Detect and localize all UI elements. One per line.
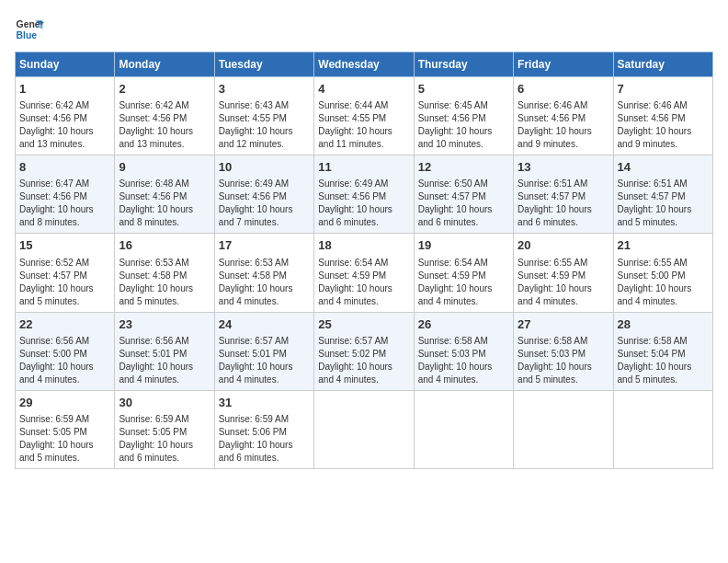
calendar-header-row: SundayMondayTuesdayWednesdayThursdayFrid… <box>16 52 713 77</box>
sunrise: Sunrise: 6:58 AM <box>518 336 587 346</box>
calendar-cell: 28Sunrise: 6:58 AMSunset: 5:04 PMDayligh… <box>613 312 712 390</box>
calendar-cell: 16Sunrise: 6:53 AMSunset: 4:58 PMDayligh… <box>115 234 214 312</box>
day-number: 27 <box>518 316 609 333</box>
day-number: 6 <box>518 81 609 98</box>
column-header-thursday: Thursday <box>414 52 513 77</box>
sunrise: Sunrise: 6:56 AM <box>19 336 89 346</box>
daylight: Daylight: 10 hours and 6 minutes. <box>219 440 293 463</box>
calendar-cell: 6Sunrise: 6:46 AMSunset: 4:56 PMDaylight… <box>514 77 613 155</box>
sunrise: Sunrise: 6:52 AM <box>19 258 89 268</box>
sunset: Sunset: 4:56 PM <box>219 191 287 201</box>
day-number: 15 <box>19 237 110 254</box>
calendar-cell: 11Sunrise: 6:49 AMSunset: 4:56 PMDayligh… <box>314 155 414 234</box>
sunset: Sunset: 4:56 PM <box>318 191 386 201</box>
sunset: Sunset: 5:05 PM <box>119 427 187 437</box>
day-number: 7 <box>618 81 709 98</box>
calendar-cell: 26Sunrise: 6:58 AMSunset: 5:03 PMDayligh… <box>414 312 513 390</box>
column-header-tuesday: Tuesday <box>214 52 313 77</box>
calendar-cell: 19Sunrise: 6:54 AMSunset: 4:59 PMDayligh… <box>414 234 513 312</box>
calendar-cell: 1Sunrise: 6:42 AMSunset: 4:56 PMDaylight… <box>16 77 115 155</box>
sunrise: Sunrise: 6:42 AM <box>119 100 188 110</box>
day-number: 19 <box>418 237 509 254</box>
calendar-cell: 22Sunrise: 6:56 AMSunset: 5:00 PMDayligh… <box>16 312 115 390</box>
daylight: Daylight: 10 hours and 12 minutes. <box>219 126 293 149</box>
sunrise: Sunrise: 6:46 AM <box>518 100 587 110</box>
calendar-cell: 12Sunrise: 6:50 AMSunset: 4:57 PMDayligh… <box>414 155 513 234</box>
daylight: Daylight: 10 hours and 4 minutes. <box>318 362 392 385</box>
daylight: Daylight: 10 hours and 4 minutes. <box>318 283 392 306</box>
page-header: General Blue <box>15 15 713 44</box>
calendar-week-row: 29Sunrise: 6:59 AMSunset: 5:05 PMDayligh… <box>16 390 713 468</box>
daylight: Daylight: 10 hours and 5 minutes. <box>618 362 692 385</box>
day-number: 14 <box>618 159 709 176</box>
sunset: Sunset: 4:59 PM <box>518 270 586 281</box>
day-number: 4 <box>318 81 409 98</box>
sunrise: Sunrise: 6:55 AM <box>618 258 688 268</box>
calendar-cell: 9Sunrise: 6:48 AMSunset: 4:56 PMDaylight… <box>115 155 214 234</box>
day-number: 28 <box>618 316 709 333</box>
sunrise: Sunrise: 6:59 AM <box>119 414 188 424</box>
sunrise: Sunrise: 6:54 AM <box>418 258 488 268</box>
calendar-week-row: 15Sunrise: 6:52 AMSunset: 4:57 PMDayligh… <box>16 234 713 312</box>
calendar-cell: 24Sunrise: 6:57 AMSunset: 5:01 PMDayligh… <box>214 312 313 390</box>
sunset: Sunset: 5:03 PM <box>518 349 586 359</box>
sunset: Sunset: 4:57 PM <box>418 191 486 201</box>
sunrise: Sunrise: 6:48 AM <box>119 178 188 189</box>
sunrise: Sunrise: 6:49 AM <box>219 178 289 189</box>
day-number: 13 <box>518 159 609 176</box>
sunset: Sunset: 5:01 PM <box>219 349 287 359</box>
day-number: 16 <box>119 237 210 254</box>
day-number: 2 <box>119 81 210 98</box>
daylight: Daylight: 10 hours and 5 minutes. <box>19 283 94 306</box>
daylight: Daylight: 10 hours and 6 minutes. <box>518 204 592 227</box>
daylight: Daylight: 10 hours and 4 minutes. <box>219 362 293 385</box>
calendar-cell: 13Sunrise: 6:51 AMSunset: 4:57 PMDayligh… <box>514 155 613 234</box>
sunset: Sunset: 4:55 PM <box>318 113 386 123</box>
sunset: Sunset: 4:55 PM <box>219 113 287 123</box>
calendar-week-row: 8Sunrise: 6:47 AMSunset: 4:56 PMDaylight… <box>16 155 713 234</box>
logo-icon: General Blue <box>15 15 44 44</box>
daylight: Daylight: 10 hours and 8 minutes. <box>19 204 94 227</box>
day-number: 29 <box>19 395 110 411</box>
day-number: 9 <box>119 159 210 176</box>
sunrise: Sunrise: 6:43 AM <box>219 100 289 110</box>
sunset: Sunset: 5:06 PM <box>219 427 287 437</box>
calendar-cell <box>314 390 414 468</box>
sunset: Sunset: 4:57 PM <box>19 270 87 281</box>
calendar-cell: 15Sunrise: 6:52 AMSunset: 4:57 PMDayligh… <box>16 234 115 312</box>
sunrise: Sunrise: 6:56 AM <box>119 336 188 346</box>
day-number: 25 <box>318 316 409 333</box>
day-number: 5 <box>418 81 509 98</box>
sunrise: Sunrise: 6:57 AM <box>219 336 289 346</box>
column-header-saturday: Saturday <box>613 52 712 77</box>
column-header-sunday: Sunday <box>16 52 115 77</box>
calendar-cell: 5Sunrise: 6:45 AMSunset: 4:56 PMDaylight… <box>414 77 513 155</box>
daylight: Daylight: 10 hours and 4 minutes. <box>19 362 94 385</box>
calendar-table: SundayMondayTuesdayWednesdayThursdayFrid… <box>15 52 713 469</box>
daylight: Daylight: 10 hours and 5 minutes. <box>618 204 692 227</box>
sunrise: Sunrise: 6:53 AM <box>119 258 188 268</box>
calendar-cell: 21Sunrise: 6:55 AMSunset: 5:00 PMDayligh… <box>613 234 712 312</box>
calendar-cell: 30Sunrise: 6:59 AMSunset: 5:05 PMDayligh… <box>115 390 214 468</box>
calendar-cell: 25Sunrise: 6:57 AMSunset: 5:02 PMDayligh… <box>314 312 414 390</box>
daylight: Daylight: 10 hours and 4 minutes. <box>418 362 493 385</box>
sunrise: Sunrise: 6:50 AM <box>418 178 488 189</box>
daylight: Daylight: 10 hours and 5 minutes. <box>19 440 94 463</box>
sunrise: Sunrise: 6:59 AM <box>19 414 89 424</box>
calendar-cell: 10Sunrise: 6:49 AMSunset: 4:56 PMDayligh… <box>214 155 313 234</box>
calendar-cell: 18Sunrise: 6:54 AMSunset: 4:59 PMDayligh… <box>314 234 414 312</box>
sunset: Sunset: 4:56 PM <box>119 113 187 123</box>
daylight: Daylight: 10 hours and 13 minutes. <box>119 126 193 149</box>
day-number: 23 <box>119 316 210 333</box>
day-number: 3 <box>219 81 310 98</box>
calendar-week-row: 22Sunrise: 6:56 AMSunset: 5:00 PMDayligh… <box>16 312 713 390</box>
sunset: Sunset: 4:56 PM <box>518 113 586 123</box>
sunrise: Sunrise: 6:59 AM <box>219 414 289 424</box>
sunrise: Sunrise: 6:46 AM <box>618 100 688 110</box>
calendar-cell <box>414 390 513 468</box>
sunset: Sunset: 5:01 PM <box>119 349 187 359</box>
sunrise: Sunrise: 6:58 AM <box>618 336 688 346</box>
sunset: Sunset: 5:00 PM <box>19 349 87 359</box>
day-number: 8 <box>19 159 110 176</box>
sunrise: Sunrise: 6:51 AM <box>618 178 688 189</box>
